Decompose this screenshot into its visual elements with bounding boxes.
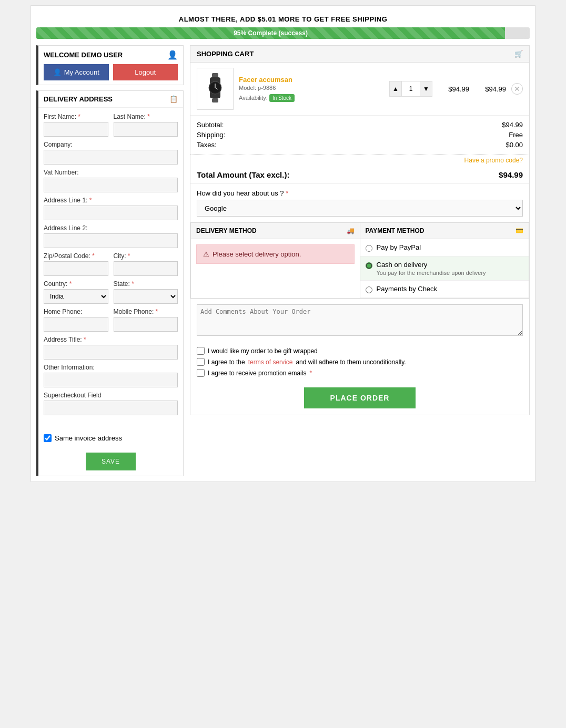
my-account-label: My Account [64,68,99,76]
zip-input[interactable] [44,261,108,276]
gift-wrap-checkbox[interactable] [197,347,205,355]
state-group: State: * [114,280,178,304]
qty-decrease-button[interactable]: ▲ [390,81,401,96]
terms-checkbox[interactable] [197,358,205,366]
svg-rect-6 [212,98,218,102]
shopping-cart-box: SHOPPING CART 🛒 [190,45,530,415]
gift-wrap-row: I would like my order to be gift wrapped [197,345,523,356]
supercheckout-row: Supercheckout Field [44,392,178,415]
same-invoice-label: Same invoice address [55,434,122,442]
mobile-phone-label: Mobile Phone: * [114,308,178,315]
city-input[interactable] [114,261,178,276]
same-invoice-row: Same invoice address [38,429,183,447]
welcome-header: WELCOME DEMO USER 👤 [44,50,178,60]
progress-label: 95% Complete (success) [234,29,308,37]
other-info-group: Other Information: [44,364,178,387]
address-title-input[interactable] [44,345,178,360]
state-select[interactable] [114,289,178,304]
comments-section [190,299,529,343]
company-input[interactable] [44,150,178,165]
logout-label: Logout [135,68,156,76]
payment-option-cod: Cash on delivery You pay for the merchan… [360,257,529,281]
save-label: SAVE [102,458,120,465]
home-phone-label: Home Phone: [44,308,108,315]
save-button[interactable]: SAVE [86,453,136,470]
product-model: Model: p-9886 [239,85,384,91]
delivery-form: First Name: * Last Name: * [38,108,183,425]
subtotal-value: $94.99 [502,121,523,129]
company-label: Company: [44,141,178,148]
check-radio[interactable] [366,286,372,293]
terms-link[interactable]: terms of service [248,358,293,366]
state-label: State: * [114,280,178,288]
promo-required: * [309,370,312,377]
gift-wrap-label: I would like my order to be gift wrapped [208,347,318,355]
promo-emails-row: I agree to receive promotion emails * [197,367,523,378]
payment-method-title: PAYMENT METHOD [366,227,424,234]
vat-input[interactable] [44,178,178,192]
zip-group: Zip/Postal Code: * [44,252,108,276]
delivery-method-title: DELIVERY METHOD [196,227,257,234]
delivery-header: DELIVERY ADDRESS 📋 [38,91,183,108]
delivery-method-header: DELIVERY METHOD 🚚 [191,223,360,239]
terms-row: I agree to the terms of service and will… [197,356,523,367]
zip-label: Zip/Postal Code: * [44,252,108,260]
how-heard-label: How did you hear about us ? * [197,189,523,197]
right-column: SHOPPING CART 🛒 [190,45,530,476]
left-column: WELCOME DEMO USER 👤 👤 My Account Logout [36,45,184,476]
place-order-button[interactable]: PLACE ORDER [304,387,416,408]
address2-input[interactable] [44,233,178,248]
supercheckout-input[interactable] [44,401,178,415]
promo-emails-checkbox[interactable] [197,369,205,377]
cart-icon: 🛒 [514,50,523,58]
terms-post: and will adhere to them unconditionally. [296,358,406,366]
zip-city-row: Zip/Postal Code: * City: * [44,252,178,276]
vat-label: Vat Number: [44,169,178,176]
country-select[interactable]: India [44,289,108,304]
address2-label: Address Line 2: [44,224,178,232]
phone-row: Home Phone: Mobile Phone: * [44,308,178,332]
address-title-row: Address Title: * [44,336,178,360]
welcome-title: WELCOME DEMO USER [44,51,123,59]
first-name-input[interactable] [44,122,108,137]
paypal-radio[interactable] [366,245,372,252]
user-icon: 👤 [167,50,178,60]
address1-input[interactable] [44,206,178,220]
unit-price: $94.99 [438,85,469,93]
cart-item-row: Facer accumsan Model: p-9886 Availabilit… [190,63,529,116]
remove-item-button[interactable]: ✕ [511,83,523,95]
cod-radio[interactable] [366,262,372,269]
checkbox-section: I would like my order to be gift wrapped… [190,343,529,381]
taxes-label: Taxes: [197,141,217,149]
taxes-row: Taxes: $0.00 [197,140,523,150]
address-title-label: Address Title: * [44,336,178,343]
welcome-box: WELCOME DEMO USER 👤 👤 My Account Logout [36,45,184,85]
person-icon: 👤 [53,68,62,76]
last-name-input[interactable] [114,122,178,137]
product-image-box [197,68,234,110]
top-banner: ALMOST THERE, ADD $5.01 MORE TO GET FREE… [36,11,530,25]
other-info-input[interactable] [44,373,178,387]
promo-code-link[interactable]: Have a promo code? [190,155,529,166]
comments-textarea[interactable] [197,304,523,336]
cart-header: SHOPPING CART 🛒 [190,46,529,63]
mobile-phone-input[interactable] [114,317,178,332]
product-name: Facer accumsan [239,76,384,84]
progress-bar-container: 95% Complete (success) [36,27,530,39]
card-icon: 💳 [516,227,523,234]
my-account-button[interactable]: 👤 My Account [44,64,109,80]
qty-input[interactable] [401,81,420,96]
cod-label: Cash on delivery [377,261,486,269]
home-phone-input[interactable] [44,317,108,332]
save-btn-row: SAVE [38,447,183,476]
city-group: City: * [114,252,178,276]
same-invoice-checkbox[interactable] [44,434,52,442]
qty-increase-button[interactable]: ▼ [420,81,432,96]
how-heard-select[interactable]: Google [197,200,523,217]
in-stock-badge: In Stock [269,94,295,102]
logout-button[interactable]: Logout [113,64,178,80]
subtotal-label: Subtotal: [197,121,224,129]
address1-row: Address Line 1: * [44,197,178,220]
total-value: $94.99 [499,170,523,179]
page-wrapper: ALMOST THERE, ADD $5.01 MORE TO GET FREE… [31,5,535,482]
